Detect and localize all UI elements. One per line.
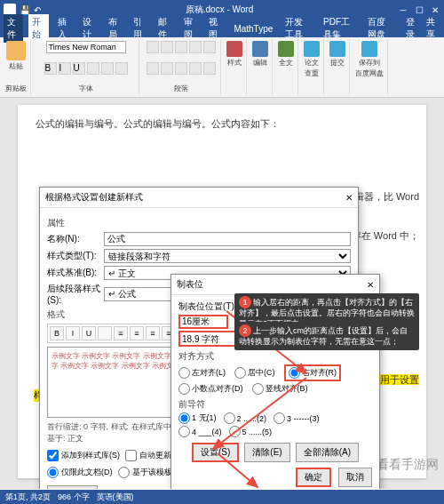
fmt-italic[interactable]: I xyxy=(66,326,80,340)
leader-1-radio[interactable] xyxy=(178,412,190,424)
leader-5-radio[interactable] xyxy=(229,426,241,437)
editing-group: 编辑 xyxy=(249,39,273,95)
bullets-button[interactable] xyxy=(147,41,159,53)
auto-update-checkbox[interactable] xyxy=(125,450,137,461)
tabs-dialog-close-icon[interactable]: ✕ xyxy=(367,280,374,290)
align-right-radio[interactable] xyxy=(289,367,300,379)
fmt-align2[interactable]: ≡ xyxy=(130,326,144,340)
doc-only-radio[interactable] xyxy=(47,467,59,478)
page-indicator[interactable]: 第1页, 共2页 xyxy=(5,492,51,503)
lunwen-icon[interactable] xyxy=(304,41,320,57)
tabs-clear-button[interactable]: 清除(E) xyxy=(244,443,289,462)
menu-mathtype[interactable]: MathType xyxy=(230,22,276,36)
tabs-set-button[interactable]: 设置(S) xyxy=(192,443,239,462)
tijiao-icon[interactable] xyxy=(329,41,345,57)
bold-button[interactable]: B xyxy=(44,62,57,75)
leader-2-label: 2 ......(2) xyxy=(237,414,267,423)
props-section-label: 属性 xyxy=(47,217,351,229)
fmt-align3[interactable]: ≡ xyxy=(146,326,160,340)
highlight-button[interactable] xyxy=(101,62,114,75)
word-count[interactable]: 966 个字 xyxy=(58,492,90,503)
italic-button[interactable]: I xyxy=(59,62,71,75)
document-area: 公式的编辑与编号。公式的编辑与编号。公式内容如下： 式编辑器，比 Word 存在… xyxy=(0,98,444,489)
add-to-gallery-checkbox[interactable] xyxy=(47,450,59,461)
fontcolor-button[interactable] xyxy=(115,62,128,75)
align-left-radio[interactable] xyxy=(178,367,190,379)
tijiao-group: 提交 xyxy=(326,39,350,95)
font-family-select[interactable] xyxy=(46,41,126,53)
leader-4-radio[interactable] xyxy=(178,426,190,437)
annotation-2: 2上一步输入cm的距离点击【设置】后，会自动转换显示为制表位字符，无需在意这一点… xyxy=(234,322,419,350)
base-label: 样式基准(B): xyxy=(47,267,100,279)
align-center-radio[interactable] xyxy=(234,367,246,379)
paragraph-group-label: 段落 xyxy=(174,84,188,93)
indent-inc-button[interactable] xyxy=(203,41,216,53)
clipboard-group-label: 剪贴板 xyxy=(5,84,27,93)
justify-button[interactable] xyxy=(189,62,202,75)
leader-2-radio[interactable] xyxy=(224,412,235,424)
tabs-ok-button[interactable]: 确定 xyxy=(296,468,331,487)
tabs-clearall-button[interactable]: 全部清除(A) xyxy=(296,443,359,462)
ribbon: 粘贴 剪贴板 B I U 字体 段落 xyxy=(0,37,444,98)
name-input[interactable] xyxy=(104,232,351,246)
lunwen-group: 论文 查重 xyxy=(300,39,324,95)
align-left-label: 左对齐(L) xyxy=(192,367,226,379)
strike-button[interactable] xyxy=(87,62,99,75)
type-select[interactable]: 链接段落和字符 xyxy=(104,249,351,263)
tijiao-label: 提交 xyxy=(330,58,345,68)
annotation-2-num: 2 xyxy=(239,324,251,337)
align-left-button[interactable] xyxy=(147,62,159,75)
clipboard-group: 粘贴 剪贴板 xyxy=(2,39,31,95)
indent-dec-button[interactable] xyxy=(189,41,202,53)
format-button[interactable]: 格式(O)▾ xyxy=(47,485,98,489)
name-label: 名称(N): xyxy=(47,233,100,245)
baocun-icon[interactable] xyxy=(361,41,377,57)
menubar: 文件 开始 插入 设计 布局 引用 邮件 审阅 视图 MathType 开发工具… xyxy=(0,20,444,37)
fmt-color[interactable] xyxy=(98,326,112,340)
side-text-2: 存在 Word 中； xyxy=(352,229,419,243)
align-decimal-radio[interactable] xyxy=(178,383,190,395)
chachong-label: 查重 xyxy=(305,68,319,78)
annotation-1-num: 1 xyxy=(239,296,251,308)
multilevel-button[interactable] xyxy=(175,41,187,53)
align-bar-radio[interactable] xyxy=(252,383,264,395)
quanwen-label: 全文 xyxy=(279,58,293,68)
leader-3-radio[interactable] xyxy=(274,412,285,424)
leader-3-label: 3 ------(3) xyxy=(287,414,320,423)
signin-button[interactable]: 登录 xyxy=(402,14,420,43)
add-to-gallery-label: 添加到样式库(S) xyxy=(61,450,120,461)
lunwen-label: 论文 xyxy=(305,58,319,68)
find-icon[interactable] xyxy=(252,41,268,57)
paste-icon[interactable] xyxy=(6,41,26,60)
fmt-underline[interactable]: U xyxy=(82,326,96,340)
tab-pos-input[interactable] xyxy=(178,315,228,329)
template-radio[interactable] xyxy=(118,467,130,478)
annotation-2-text: 上一步输入cm的距离点击【设置】后，会自动转换显示为制表位字符，无需在意这一点； xyxy=(239,326,408,346)
numbering-button[interactable] xyxy=(161,41,173,53)
qat-save-icon[interactable]: 💾 xyxy=(20,5,30,15)
fmt-align1[interactable]: ≡ xyxy=(114,326,128,340)
underline-button[interactable]: U xyxy=(73,62,85,75)
align-right-button[interactable] xyxy=(175,62,187,75)
share-button[interactable]: 共享 xyxy=(423,14,440,43)
align-center-button[interactable] xyxy=(161,62,173,75)
baidu-label: 百度网盘 xyxy=(355,68,384,78)
styles-icon[interactable] xyxy=(226,41,242,57)
edit-label: 编辑 xyxy=(253,58,267,68)
quanwen-icon[interactable] xyxy=(278,41,294,57)
shading-button[interactable] xyxy=(203,62,216,75)
doc-only-label: 仅限此文档(D) xyxy=(61,467,113,478)
watermark: 看看手游网 xyxy=(377,457,439,473)
font-group: B I U 字体 xyxy=(33,39,139,95)
quanwen-group: 全文 xyxy=(274,39,298,95)
statusbar: 第1页, 共2页 966 个字 英语(美国) xyxy=(0,490,444,504)
styles-group: 样式 xyxy=(223,39,247,95)
qat-undo-icon[interactable]: ↶ xyxy=(34,5,41,15)
fmt-bold[interactable]: B xyxy=(50,326,64,340)
align-right-label: 右对齐(R) xyxy=(302,367,337,379)
tabs-cancel-button[interactable]: 取消 xyxy=(338,468,372,487)
doc-line-1: 公式的编辑与编号。公式的编辑与编号。公式内容如下： xyxy=(36,117,408,131)
style-dialog-title: 根据格式设置创建新样式 xyxy=(45,191,143,204)
language-indicator[interactable]: 英语(美国) xyxy=(97,492,134,503)
style-dialog-close-icon[interactable]: ✕ xyxy=(345,193,353,203)
